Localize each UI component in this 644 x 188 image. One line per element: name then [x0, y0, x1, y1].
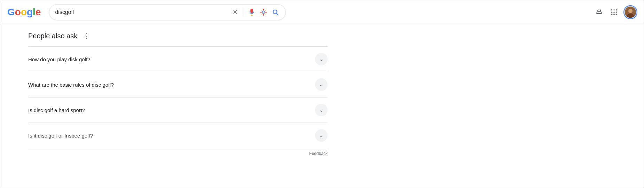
faq-list: How do you play disk golf? ⌄ What are th… [28, 46, 328, 156]
paa-title: People also ask [28, 32, 77, 40]
google-logo[interactable]: G o o g l e [7, 7, 41, 18]
expand-button-1[interactable]: ⌄ [315, 53, 328, 65]
search-button[interactable] [271, 8, 280, 17]
more-options-icon: ⋮ [83, 32, 90, 40]
search-bar: discgolf ✕ [49, 4, 286, 20]
faq-item-4[interactable]: Is it disc golf or frisbee golf? ⌄ [28, 123, 328, 148]
clear-button[interactable]: ✕ [232, 8, 238, 17]
labs-button[interactable] [594, 7, 604, 17]
faq-question-2: What are the basic rules of disc golf? [28, 82, 114, 88]
user-avatar[interactable] [624, 6, 637, 18]
chevron-down-icon-4: ⌄ [319, 133, 323, 138]
svg-point-9 [611, 14, 613, 15]
svg-point-14 [627, 13, 634, 18]
svg-point-7 [613, 11, 615, 13]
search-divider [243, 8, 243, 16]
feedback-row: Feedback [28, 148, 328, 156]
apps-button[interactable] [610, 8, 619, 17]
expand-button-4[interactable]: ⌄ [315, 129, 328, 142]
microphone-icon [248, 8, 256, 16]
logo-l: l [33, 7, 36, 18]
svg-point-8 [616, 11, 617, 13]
svg-point-11 [616, 14, 617, 15]
apps-grid-icon [610, 8, 618, 16]
logo-g: G [7, 7, 15, 18]
svg-point-4 [613, 9, 615, 10]
expand-button-2[interactable]: ⌄ [315, 78, 328, 91]
feedback-link[interactable]: Feedback [309, 151, 328, 156]
chevron-down-icon-3: ⌄ [319, 107, 323, 113]
header: G o o g l e discgolf ✕ [0, 0, 644, 24]
svg-point-10 [613, 14, 615, 15]
header-right [594, 6, 637, 18]
paa-more-options-button[interactable]: ⋮ [81, 31, 92, 41]
logo-e: e [36, 7, 41, 18]
svg-point-5 [616, 9, 617, 10]
faq-item-2[interactable]: What are the basic rules of disc golf? ⌄ [28, 72, 328, 97]
logo-g2: g [27, 7, 33, 18]
logo-o2: o [21, 7, 27, 18]
paa-section-header: People also ask ⋮ [28, 31, 321, 41]
svg-point-1 [262, 11, 265, 13]
main-content: People also ask ⋮ How do you play disk g… [0, 24, 348, 163]
svg-rect-0 [251, 15, 253, 16]
faq-question-1: How do you play disk golf? [28, 56, 90, 62]
search-input[interactable]: discgolf [55, 9, 228, 15]
svg-point-3 [611, 9, 613, 10]
logo-o1: o [15, 7, 21, 18]
avatar-image [625, 7, 636, 18]
faq-item-1[interactable]: How do you play disk golf? ⌄ [28, 46, 328, 72]
expand-button-3[interactable]: ⌄ [315, 104, 328, 116]
flask-icon [595, 8, 603, 16]
chevron-down-icon-1: ⌄ [319, 56, 323, 62]
search-icon [272, 8, 279, 16]
clear-icon: ✕ [233, 8, 238, 16]
voice-search-button[interactable] [247, 8, 256, 17]
chevron-down-icon-2: ⌄ [319, 82, 323, 87]
faq-question-4: Is it disc golf or frisbee golf? [28, 133, 93, 139]
faq-item-3[interactable]: Is disc golf a hard sport? ⌄ [28, 97, 328, 123]
svg-point-15 [629, 9, 633, 13]
svg-point-6 [611, 11, 613, 13]
image-search-button[interactable] [259, 8, 268, 17]
search-icons: ✕ [232, 8, 280, 17]
faq-question-3: Is disc golf a hard sport? [28, 107, 85, 113]
lens-icon [260, 8, 267, 16]
